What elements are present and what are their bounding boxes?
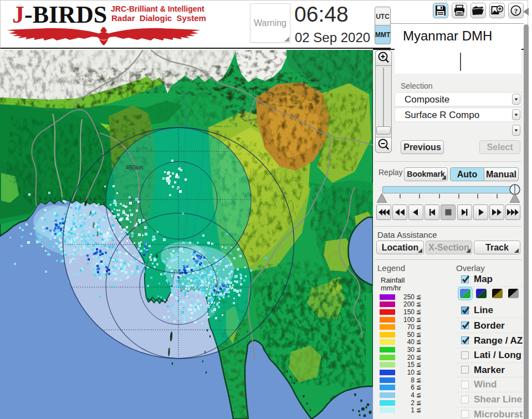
svg-text:450km: 450km [126, 164, 144, 171]
svg-text:?: ? [514, 7, 518, 15]
